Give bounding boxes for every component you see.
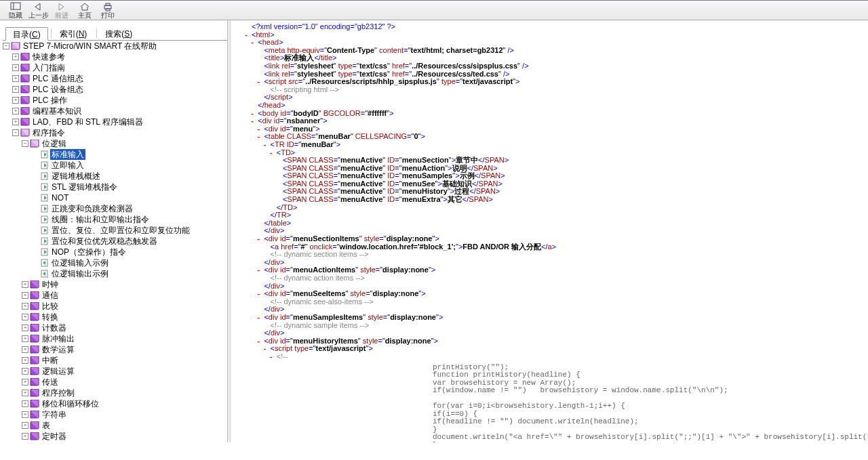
print-icon xyxy=(102,2,113,12)
tb-back[interactable]: 上一步 xyxy=(27,1,50,20)
tree-n8_1_10-label: NOP（空操作）指令 xyxy=(50,247,127,257)
tree-twisty[interactable]: + xyxy=(22,314,28,320)
tree-n4[interactable]: +PLC 设备组态 xyxy=(12,84,227,95)
tree-root[interactable]: −STEP 7-Micro/WIN SMART 在线帮助 xyxy=(3,41,227,51)
xml-source: <?xml version="1.0" encoding="gb2312" ?>… xyxy=(243,23,865,442)
help-toolbar: 隐藏 上一步 前进 主页 打印 xyxy=(0,0,868,20)
tab-sep xyxy=(51,28,52,39)
home-icon xyxy=(79,2,90,12)
tree-n8_1_4[interactable]: STL 逻辑堆栈指令 xyxy=(31,182,227,192)
tab-index[interactable]: 索引(N) xyxy=(53,27,94,40)
tree-n6-label: 编程基本知识 xyxy=(31,106,83,117)
tree-n8_13[interactable]: +移位和循环移位 xyxy=(22,398,227,409)
tree-twisty[interactable]: − xyxy=(22,140,28,147)
tree-twisty[interactable]: + xyxy=(22,346,28,353)
tree-twisty[interactable]: + xyxy=(12,86,19,93)
tree-n8_12-label: 程序控制 xyxy=(41,388,76,398)
tree-n8_16-label: 定时器 xyxy=(41,431,68,442)
tree-twisty[interactable]: + xyxy=(12,64,19,71)
tree-twisty[interactable]: + xyxy=(22,303,28,310)
tree-n8_10-label: 逻辑运算 xyxy=(41,366,76,377)
tree-n8_9-label: 中断 xyxy=(41,355,60,366)
tree-twisty[interactable]: + xyxy=(12,108,19,114)
tree-twisty[interactable]: + xyxy=(22,411,28,418)
tree-n8_1_2[interactable]: 立即输入 xyxy=(31,160,227,171)
tree-n8_11[interactable]: +传送 xyxy=(22,377,227,388)
tree-n7-label: LAD、FBD 和 STL 程序编辑器 xyxy=(31,117,144,127)
tree-n8_1[interactable]: −位逻辑 xyxy=(22,138,227,149)
tb-print[interactable]: 打印 xyxy=(96,1,119,20)
tree-twisty[interactable]: + xyxy=(22,379,28,385)
svg-rect-0 xyxy=(11,3,20,9)
tree-twisty[interactable]: + xyxy=(22,368,28,375)
tree-n8_6[interactable]: +计数器 xyxy=(22,322,227,333)
tree-twisty[interactable]: + xyxy=(22,400,28,407)
tree-n8_9[interactable]: +中断 xyxy=(22,355,227,366)
tree-twisty[interactable]: + xyxy=(22,422,28,429)
tree-n8_3-label: 通信 xyxy=(41,290,60,301)
tree-n8_8[interactable]: +数学运算 xyxy=(22,344,227,355)
tree-n8_7[interactable]: +脉冲输出 xyxy=(22,333,227,344)
tree-n8_1_10[interactable]: NOP（空操作）指令 xyxy=(31,247,227,257)
tb-home-label: 主页 xyxy=(78,12,92,19)
tree-twisty[interactable]: + xyxy=(22,390,28,396)
tab-sep xyxy=(96,28,97,39)
tree-n4-label: PLC 设备组态 xyxy=(31,84,85,95)
tree-n8_12[interactable]: +程序控制 xyxy=(22,388,227,398)
tree-twisty[interactable]: − xyxy=(12,129,19,136)
tree-twisty[interactable]: + xyxy=(22,292,28,299)
tree-twisty[interactable]: + xyxy=(12,75,19,82)
tree-n8_15[interactable]: +表 xyxy=(22,420,227,431)
left-pane: 目录(C) 索引(N) 搜索(S) −STEP 7-Micro/WIN SMAR… xyxy=(0,20,228,442)
tree-n8_1_12[interactable]: 位逻辑输出示例 xyxy=(31,268,227,279)
tree-n8_16[interactable]: +定时器 xyxy=(22,431,227,442)
hide-icon xyxy=(10,2,21,12)
tree-twisty[interactable]: + xyxy=(12,97,19,104)
tree-n8_3[interactable]: +通信 xyxy=(22,290,227,301)
tree-twisty[interactable]: + xyxy=(12,119,19,125)
tree-twisty[interactable]: − xyxy=(3,43,9,49)
tree-n8_1_7[interactable]: 线圈：输出和立即输出指令 xyxy=(31,214,227,225)
forward-icon xyxy=(56,2,67,12)
tree-n8_1_1[interactable]: 标准输入 xyxy=(31,149,227,160)
tree-n3[interactable]: +PLC 通信组态 xyxy=(12,73,227,84)
tree-n8_1_3[interactable]: 逻辑堆栈概述 xyxy=(31,171,227,182)
tree-n8_1-label: 位逻辑 xyxy=(41,138,68,149)
tree-twisty[interactable]: + xyxy=(22,325,28,331)
tree-twisty[interactable]: + xyxy=(22,433,28,440)
tree-n8_1_6[interactable]: 正跳变和负跳变检测器 xyxy=(31,203,227,214)
tree-n8_14[interactable]: +字符串 xyxy=(22,409,227,420)
tree-n8_1_9-label: 置位和复位优先双稳态触发器 xyxy=(50,236,159,247)
tb-hide[interactable]: 隐藏 xyxy=(4,1,27,20)
tree-root-label: STEP 7-Micro/WIN SMART 在线帮助 xyxy=(22,41,158,51)
tree-twisty[interactable]: + xyxy=(12,54,19,60)
tree-n8_1_8[interactable]: 置位、复位、立即置位和立即复位功能 xyxy=(31,225,227,236)
tree-n8_1_5[interactable]: NOT xyxy=(31,192,227,203)
tree-n8_10[interactable]: +逻辑运算 xyxy=(22,366,227,377)
tab-toc[interactable]: 目录(C) xyxy=(5,27,48,41)
tree-n8_11-label: 传送 xyxy=(41,377,60,388)
tree-n6[interactable]: +编程基本知识 xyxy=(12,106,227,117)
tree-n8_1_9[interactable]: 置位和复位优先双稳态触发器 xyxy=(31,236,227,247)
tree-twisty[interactable]: + xyxy=(22,357,28,364)
tree-n7[interactable]: +LAD、FBD 和 STL 程序编辑器 xyxy=(12,117,227,127)
tb-home[interactable]: 主页 xyxy=(73,1,96,20)
tree-n8_1_2-label: 立即输入 xyxy=(50,160,85,171)
tree-n8_17[interactable]: +子例程 xyxy=(22,442,227,442)
tree-n8_1_11[interactable]: 位逻辑输入示例 xyxy=(31,257,227,268)
tree-twisty[interactable]: + xyxy=(22,281,28,288)
tab-index-pre: 索引( xyxy=(60,29,79,39)
tree-n5[interactable]: +PLC 操作 xyxy=(12,95,227,106)
tab-search[interactable]: 搜索(S) xyxy=(98,27,139,40)
tree-n5-label: PLC 操作 xyxy=(31,95,68,106)
tree-n8[interactable]: −程序指令 xyxy=(12,127,227,138)
tree-n8_5[interactable]: +转换 xyxy=(22,312,227,322)
tb-forward[interactable]: 前进 xyxy=(50,1,73,20)
tree-n8_2[interactable]: +时钟 xyxy=(22,279,227,290)
tree-n8_4[interactable]: +比较 xyxy=(22,301,227,312)
tree-n2[interactable]: +入门指南 xyxy=(12,62,227,73)
tb-back-label: 上一步 xyxy=(28,12,49,19)
tree-twisty[interactable]: + xyxy=(22,335,28,342)
tree-n1[interactable]: +快速参考 xyxy=(12,51,227,62)
tree-n8_1_3-label: 逻辑堆栈概述 xyxy=(50,171,102,182)
